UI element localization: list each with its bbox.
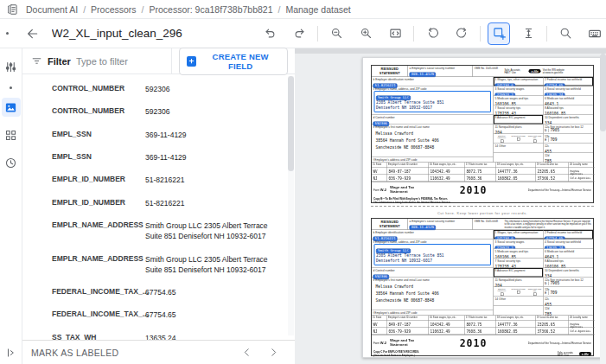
field-value: 369-11-4129 [145, 152, 282, 163]
w2-form-copy-c: REISSUED STATEMENT a Employee's social s… [371, 218, 594, 356]
employee-address-label: f Employee's address and ZIP code [373, 158, 493, 162]
keyboard-shortcuts-icon[interactable] [584, 22, 606, 45]
employer-address-annotation[interactable]: Smith Group LLC 2305 Albert Terrace Suit… [374, 91, 492, 112]
box10-label: 10 Dependent care benefits [545, 116, 592, 119]
panel-scrollbar[interactable] [288, 76, 294, 335]
toolbar-divider [480, 26, 481, 42]
panel-scrollbar-thumb[interactable] [288, 76, 294, 171]
viewer-toolbar [258, 22, 606, 45]
zoom-in-icon[interactable] [354, 22, 377, 45]
rotate-right-icon[interactable] [450, 22, 473, 45]
field-name: EMPLR_NAME_ADDRESS [52, 254, 145, 276]
field-row[interactable]: FEDERAL_INCOME_TAX_... 67754.65 [22, 281, 295, 303]
box10-value: 334 [545, 274, 552, 277]
employer-address-annotation[interactable]: Smith Group LLC 2305 Albert Terrace Suit… [374, 244, 492, 265]
efile-logo: e-file [579, 352, 591, 356]
field-name: EMPL_SSN [52, 130, 145, 140]
field-row[interactable]: CONTROL_NUMBER 592306 [22, 78, 295, 100]
fit-to-width-icon[interactable] [384, 22, 406, 45]
document-page: REISSUED STATEMENT a Employee's social s… [362, 57, 603, 358]
field-row[interactable]: EMPLR_NAME_ADDRESS Smith Group LLC 2305 … [22, 248, 295, 282]
employee-name: Melissa Crawford [376, 131, 491, 137]
field-value: 592306 [145, 106, 282, 117]
fields-panel: Filter CREATE NEW FIELD CONTROL_NUMBER 5… [22, 48, 295, 364]
rail-dot [6, 32, 9, 35]
left-rail [0, 48, 22, 364]
checkbox[interactable] [501, 292, 504, 296]
select-region-icon[interactable] [488, 22, 510, 45]
checkbox[interactable] [501, 139, 504, 143]
box12a-value: 7905 [550, 281, 559, 285]
sidebar-item-history[interactable] [2, 153, 21, 172]
mark-as-labeled-button[interactable]: MARK AS LABELED [31, 348, 241, 358]
box6-label: 6 Medicare tax withheld [545, 97, 592, 100]
checkbox[interactable] [517, 137, 520, 141]
box1-label: 1 Wages, tips, other compensation [495, 78, 542, 81]
zoom-out-icon[interactable] [325, 22, 348, 45]
document-ai-logo-icon [7, 3, 19, 16]
ssn-label: a Employee's social security number [410, 220, 472, 223]
breadcrumb-separator: / [138, 4, 148, 15]
filter-icon [31, 55, 42, 67]
filter-input[interactable] [76, 56, 171, 67]
checkbox[interactable] [533, 139, 537, 143]
box12c-label: 12c [545, 297, 592, 300]
breadcrumb-link[interactable]: Processor: 9ca18f738b7bb821 [147, 4, 274, 15]
field-name: SS_TAX_WH [52, 333, 145, 340]
document-viewer: REISSUED STATEMENT a Employee's social s… [295, 48, 606, 364]
employer-label: c Employer's name, address, and ZIP code [373, 240, 493, 244]
box7-label: 7 Social security tips [495, 106, 542, 110]
field-row[interactable]: FEDERAL_INCOME_TAX_... 67754.65 [22, 303, 295, 326]
field-row[interactable]: EMPLR_NAME_ADDRESS Smith Group LLC 2305 … [22, 214, 295, 248]
box7-value: 178238.43 [495, 112, 516, 114]
breadcrumb-link[interactable]: Document AI [24, 4, 80, 15]
box10-value: 334 [545, 121, 552, 124]
control-number-label: d Control number [373, 269, 493, 272]
box9-label: 9 Advance EIC payment [495, 116, 542, 119]
previous-document-button[interactable] [241, 347, 252, 358]
field-row[interactable]: EMPL_SSN 369-11-4129 [22, 146, 295, 169]
sidebar-item-processors[interactable] [2, 57, 21, 76]
safe-accurate-text: Safe, accurate, FAST! Use [558, 351, 577, 357]
state-tax-table: 15 StateEmployer's state ID number16 Sta… [372, 316, 593, 335]
redo-icon[interactable] [288, 22, 310, 45]
box8-value: 160106.85 [545, 265, 565, 267]
field-row[interactable]: EMPLR_ID_NUMBER 51-8216221 [22, 169, 295, 191]
checkbox[interactable] [533, 292, 537, 296]
box11-value: 204 [495, 131, 502, 133]
field-row[interactable]: EMPLR_ID_NUMBER 51-8216221 [22, 192, 295, 214]
next-document-button[interactable] [268, 347, 279, 358]
horizontal-scrollbar[interactable] [295, 48, 606, 54]
field-name: CONTROL_NUMBER [52, 84, 145, 94]
fit-to-height-icon[interactable] [517, 22, 539, 45]
breadcrumb-link[interactable]: Processors [89, 4, 138, 15]
safe-accurate-text: Safe, Accurate, FAST! Use [505, 68, 527, 74]
breadcrumb-link[interactable]: Manage dataset [284, 4, 352, 15]
field-row[interactable]: CONTROL_NUMBER 592306 [22, 100, 295, 123]
vertical-scrollbar-thumb[interactable] [600, 54, 606, 131]
field-row[interactable]: EMPL_SSN 369-11-4129 [22, 124, 295, 146]
rotate-left-icon[interactable] [421, 22, 443, 45]
box2-label: 2 Federal income tax withheld [545, 231, 592, 234]
box11-value: 204 [495, 284, 502, 286]
search-icon[interactable] [554, 22, 577, 45]
back-button[interactable] [26, 27, 40, 41]
breadcrumb-separator: / [275, 4, 284, 15]
field-row[interactable]: SS_TAX_WH 13635.24 [22, 327, 295, 340]
document-title: W2_XL_input_clean_2961 [52, 27, 182, 40]
field-value: 592306 [145, 84, 282, 94]
create-new-field-button[interactable]: CREATE NEW FIELD [179, 48, 288, 75]
sidebar-item-apps-grid[interactable] [2, 125, 21, 144]
expand-panel-icon[interactable] [5, 347, 17, 359]
vertical-scrollbar[interactable] [600, 54, 606, 364]
visit-irs-text: Visit the IRS website at www.irs.gov/efi… [543, 68, 565, 74]
employee-addr2: Sanchezside NE 00687-8848 [376, 297, 491, 304]
undo-icon[interactable] [258, 22, 281, 45]
panel-footer: MARK AS LABELED [22, 340, 295, 364]
sidebar-item-dataset-images[interactable] [2, 98, 21, 117]
omb-number: OMB No. 1545-0008 [473, 66, 503, 77]
tax-year: 2010 [424, 184, 523, 195]
field-name: FEDERAL_INCOME_TAX_... [52, 287, 145, 297]
checkbox[interactable] [517, 291, 520, 294]
cut-here-line: Cut here. Keep lower portion for your re… [371, 206, 594, 218]
